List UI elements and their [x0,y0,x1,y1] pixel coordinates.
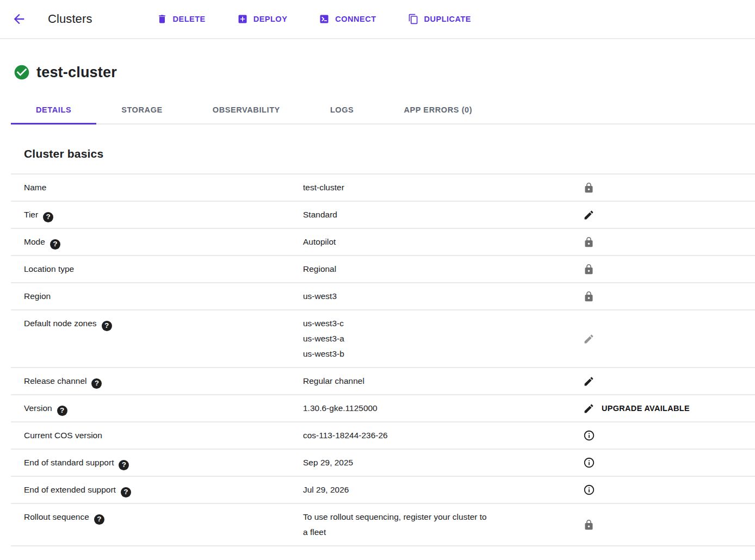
section-title: Cluster basics [24,147,755,160]
lock-icon [583,237,595,248]
tab-observability[interactable]: OBSERVABILITY [188,96,305,123]
row-action [560,258,755,281]
page-title: Clusters [48,12,92,26]
duplicate-button[interactable]: DUPLICATE [408,14,471,24]
help-icon[interactable]: ? [43,212,53,222]
info-icon[interactable] [583,430,595,441]
row-label-text: Rollout sequence [24,512,89,521]
tab-details[interactable]: DETAILS [11,96,96,125]
action-button-label: CONNECT [335,15,376,23]
cluster-heading: test-cluster [13,64,755,81]
row-value-line: us-west3-b [303,346,560,362]
info-icon[interactable] [583,484,595,496]
row-value: Regular channel [303,368,560,394]
deploy-button[interactable]: DEPLOY [237,14,288,24]
tab-logs[interactable]: LOGS [305,96,379,123]
row-value: To use rollout sequencing, register your… [303,504,560,545]
row-action [560,370,755,393]
table-row-location-type: Location typeRegional [11,256,755,283]
table-row-rollout-sequence: Rollout sequence?To use rollout sequenci… [11,504,755,546]
table-row-tier: Tier?Standard [11,202,755,229]
row-action [560,177,755,199]
row-value-line: To use rollout sequencing, register your… [303,509,560,525]
back-button[interactable] [8,8,30,30]
row-label-text: Mode [24,237,45,246]
row-action [560,328,755,350]
top-bar: Clusters DELETEDEPLOYCONNECTDUPLICATE [0,0,755,39]
lock-icon [583,519,595,531]
table-row-current-cos-version: Current COS versioncos-113-18244-236-26 [11,422,755,450]
connect-icon [319,14,330,24]
row-label: Default node zones? [11,310,303,337]
row-label: Name [11,175,303,201]
row-label-text: Tier [24,210,38,219]
table-row-default-node-zones: Default node zones?us-west3-cus-west3-au… [11,310,755,368]
row-label-text: Region [24,291,51,301]
table-row-region: Regionus-west3 [11,283,755,310]
row-action [560,451,755,474]
row-label-text: Location type [24,264,74,273]
row-label: Version? [11,395,303,421]
row-label-text: End of extended support [24,485,116,494]
row-value: Standard [303,202,560,228]
table-row-version: Version?1.30.6-gke.1125000UPGRADE AVAILA… [11,395,755,422]
header-actions: DELETEDEPLOYCONNECTDUPLICATE [157,14,471,24]
row-label: End of extended support? [11,477,303,503]
help-icon[interactable]: ? [94,514,104,525]
edit-icon[interactable] [583,403,595,414]
status-ok-icon [13,64,30,81]
row-label-text: End of standard support [24,458,114,467]
row-value-line: us-west3-a [303,331,560,346]
row-label: Current COS version [11,422,303,449]
row-label: Mode? [11,229,303,255]
tab-bar: DETAILSSTORAGEOBSERVABILITYLOGSAPP ERROR… [11,96,755,125]
help-icon[interactable]: ? [50,239,60,250]
table-row-name: Nametest-cluster [11,175,755,202]
lock-icon [583,182,595,194]
lock-icon [583,264,595,275]
row-value-line: Regular channel [303,374,560,389]
row-value-line: Jul 29, 2026 [303,482,560,497]
row-value-line: Sep 29, 2025 [303,455,560,470]
delete-button[interactable]: DELETE [157,14,206,24]
row-value-line: Autopilot [303,234,560,250]
action-button-label: DEPLOY [253,15,288,23]
row-label-text: Release channel [24,376,86,385]
tab-storage[interactable]: STORAGE [96,96,188,123]
row-value: cos-113-18244-236-26 [303,422,560,449]
row-label-text: Default node zones [24,319,97,328]
row-value-line: 1.30.6-gke.1125000 [303,401,560,416]
row-action [560,514,755,536]
row-value: Jul 29, 2026 [303,477,560,503]
row-label: Location type [11,256,303,282]
row-action: UPGRADE AVAILABLE [560,395,755,421]
table-row-end-of-standard-support: End of standard support?Sep 29, 2025 [11,450,755,477]
trash-icon [157,14,168,24]
edit-icon[interactable] [583,376,595,387]
row-label: Region [11,283,303,309]
row-value: test-cluster [303,175,560,201]
table-row-end-of-extended-support: End of extended support?Jul 29, 2026 [11,477,755,504]
row-label-text: Current COS version [24,431,102,440]
edit-icon[interactable] [583,209,595,221]
help-icon[interactable]: ? [102,321,112,331]
info-icon[interactable] [583,457,595,469]
connect-button[interactable]: CONNECT [319,14,376,24]
upgrade-available-label[interactable]: UPGRADE AVAILABLE [602,401,690,416]
edit-icon [583,333,595,345]
help-icon[interactable]: ? [121,487,131,497]
row-value-line: us-west3 [303,289,560,304]
row-value-line: test-cluster [303,180,560,195]
arrow-back-icon [11,11,27,27]
action-button-label: DUPLICATE [424,15,471,23]
tab-app-errors-0[interactable]: APP ERRORS (0) [379,96,497,123]
row-value: Sep 29, 2025 [303,450,560,476]
row-label: End of standard support? [11,450,303,476]
row-value-line: us-west3-c [303,316,560,331]
lock-icon [583,291,595,302]
help-icon[interactable]: ? [119,460,129,470]
help-icon[interactable]: ? [91,378,102,389]
row-value: Autopilot [303,229,560,255]
row-action [560,231,755,253]
help-icon[interactable]: ? [57,406,67,416]
